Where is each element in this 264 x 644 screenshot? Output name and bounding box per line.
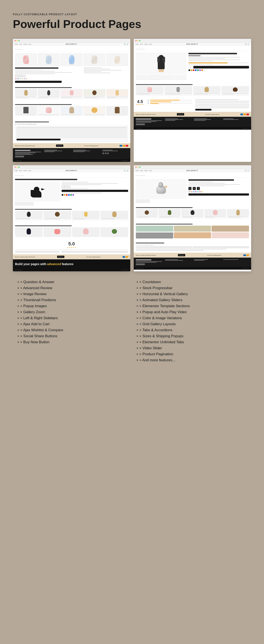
feature-tabs: + + Tabs & Accordions: [136, 328, 247, 332]
add-to-cart-btn[interactable]: [15, 81, 62, 83]
review-row: [15, 251, 128, 253]
color-swatches-2: [188, 69, 249, 71]
feature-buy-now: + + Buy Now Button: [17, 340, 128, 344]
rating-bars: 5★ 4★ 3★: [148, 100, 192, 110]
product-area-2: 1: [134, 51, 251, 82]
screenshot-top-left: HOME SHOP PAGES BLOG DECORNTY 🔍 🛒 Home /…: [13, 39, 130, 162]
img-col-3: [15, 182, 60, 206]
product-title-2: [188, 53, 237, 54]
feature-stock-progress: + + Stock Progressbar: [136, 286, 247, 290]
logo-3: DECORNTY: [66, 170, 78, 171]
cta-banner-2: Become a member and get 10% discount! Si…: [134, 112, 251, 117]
review-form: [15, 126, 128, 142]
cta-banner-1: Become a member and get 10% discount! Si…: [13, 143, 130, 148]
add-cart-4[interactable]: [188, 194, 249, 196]
cta-button-3[interactable]: Sign up now: [57, 256, 64, 258]
search-icon-2: 🔍: [245, 43, 246, 45]
nav-shop: SHOP: [19, 44, 22, 45]
search-icon-4: 🔍: [245, 170, 246, 172]
bird-figure: [30, 186, 45, 198]
nav-icons: 🔍 🛒: [124, 43, 128, 45]
add-to-cart-btn-2[interactable]: [194, 66, 249, 68]
browser-bar-2: [134, 39, 251, 43]
subtitle-label: FULLY CUSTOMIZABLE PRODUCT LAYOUT: [13, 13, 251, 16]
gallery-img-5: [106, 53, 128, 66]
swatches-4: [188, 191, 249, 192]
site-logo: DECORNTY: [66, 43, 78, 45]
feature-color-image: + + Color & Image Variatons: [136, 316, 247, 320]
cta-button-1[interactable]: Sign up now: [56, 144, 63, 147]
related-4: [134, 204, 251, 221]
countdown-timer: 02 : 45 : 12: [188, 187, 249, 190]
footer-build-wrapper: Build your pages with advanced features: [13, 259, 130, 268]
gallery-img-3: [60, 53, 82, 66]
nav-bar-3: HOME SHOP PAGES BLOG DECORNTY 🔍 🛒: [13, 169, 130, 172]
qty-cart-row: 1: [188, 66, 249, 68]
rating-section: 4.5 ★ ★ ★ ★ ★ 5★ 4★: [134, 98, 251, 112]
footer-bottom-1: © 2024 Decornty Pink trinket figures: [13, 159, 130, 162]
drawer-3: [13, 223, 130, 240]
nav-links: HOME SHOP PAGES BLOG: [14, 44, 31, 45]
rating-3: 5.0 ★ ★ ★ ★ ★: [13, 240, 130, 254]
cta-banner-4: Become a member and get 10% discount! Si…: [134, 253, 251, 258]
payment-3: [122, 256, 128, 258]
gallery-grid: [136, 226, 249, 238]
thumbnails-row: [136, 75, 186, 80]
product-title-4: [188, 179, 234, 181]
stars-3: ★ ★ ★ ★ ★: [15, 247, 128, 248]
quantity-stepper[interactable]: 1: [188, 66, 193, 68]
feature-gallery-zoom: + + Gallery Zoom: [17, 310, 128, 314]
payment-4: [244, 254, 249, 256]
reviews-4: Be The First To Review "Marble Duck Figu…: [134, 240, 251, 253]
product-area: S M L: [13, 52, 130, 84]
browser-bar: [13, 39, 130, 43]
nav-bar-2: HOME SHOP PAGES BLOG DECORNTY 🔍 🛒: [134, 43, 251, 46]
feature-more: + + And more features...: [136, 358, 247, 362]
maximize-dot: [18, 40, 20, 41]
duck-figure: [155, 182, 167, 196]
related-5: [106, 89, 128, 99]
logo-4: DECORNTY: [186, 170, 198, 171]
feature-image-review: + + Image Review: [17, 292, 128, 296]
product-details-col-2: 1: [188, 53, 249, 80]
feature-advanced-review: + + Advanced Review: [17, 286, 128, 290]
main-img-4: [136, 179, 186, 198]
features-left-col: + + Question & Answer + + Advanced Revie…: [13, 280, 132, 364]
feature-gallery-layouts: + + Horizontal & Vertical Gallery: [136, 292, 247, 296]
footer-bottom-3: Arrow import figures Decornty modern: [13, 268, 130, 271]
swatches-3: [62, 194, 128, 196]
screenshots-grid: HOME SHOP PAGES BLOG DECORNTY 🔍 🛒 Home /…: [13, 39, 251, 271]
submit-review-btn[interactable]: [16, 139, 60, 140]
breadcrumb: Home / Shop / Vases: [13, 46, 130, 52]
vase-4: [92, 56, 98, 64]
cta-banner-3: Become a member and get 10% discount! Si…: [13, 254, 130, 259]
cart-icon-3: 🛒: [127, 170, 128, 172]
cta-button-2[interactable]: Sign up now: [177, 113, 184, 116]
product-title-3: [15, 179, 77, 180]
cart-icon: 🛒: [127, 43, 128, 45]
breadcrumb-2: Home / Shop / Trinkets: [134, 46, 251, 51]
feature-ajax-cart: + + Ajax Add to Cart: [17, 322, 128, 326]
add-cart-3[interactable]: [62, 190, 128, 192]
review-prompt: Be The First To Review "Pink Patterned V…: [15, 124, 128, 125]
nav-bar-4: HOME SHOP PAGES BLOG DECORNTY 🔍 🛒: [134, 169, 251, 172]
submit-btn[interactable]: [195, 109, 212, 110]
breadcrumb-4: Home / Shop / Figurines: [134, 172, 251, 178]
main-image: [136, 53, 186, 74]
features-right-col: + + Countdown + + Stock Progressbar + + …: [132, 280, 251, 364]
nav-pages: PAGES: [24, 44, 27, 45]
main-image-3: [15, 182, 60, 201]
feature-ajax-wishlist: + + Ajax Wishlist & Compare: [17, 328, 128, 332]
search-icon-3: 🔍: [124, 170, 126, 172]
related-1: [15, 89, 37, 99]
build-text: Build your pages with advanced features: [15, 262, 128, 266]
nav-home: HOME: [14, 44, 18, 45]
close-dot: [14, 40, 16, 41]
thumbs-4: [136, 200, 186, 203]
details-3: [62, 182, 128, 206]
cta-button-4[interactable]: Sign up now: [178, 254, 185, 256]
product-title-area: [13, 178, 130, 181]
main-title: Powerful Product Pages: [13, 18, 251, 30]
advanced-text: advanced: [47, 262, 61, 266]
build-overlay: Build your pages with advanced features: [13, 260, 130, 268]
